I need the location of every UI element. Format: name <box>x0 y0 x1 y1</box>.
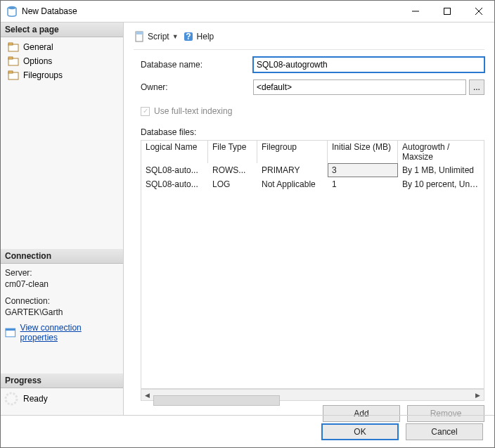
cell-file-type[interactable]: LOG <box>208 177 257 191</box>
script-label: Script <box>148 32 169 41</box>
cancel-button[interactable]: Cancel <box>406 423 483 440</box>
svg-rect-2 <box>444 8 450 15</box>
server-value: cm07-clean <box>5 279 119 295</box>
grid-row[interactable]: SQL08-auto... LOG Not Applicable 1 By 10… <box>141 177 484 191</box>
db-name-input[interactable] <box>253 57 484 72</box>
cell-filegroup[interactable]: Not Applicable <box>257 177 328 191</box>
owner-label: Owner: <box>141 82 253 92</box>
grid-row[interactable]: SQL08-auto... ROWS... PRIMARY 3 By 1 MB,… <box>141 163 484 177</box>
cell-autogrowth[interactable]: By 10 percent, Unlimited <box>398 177 484 191</box>
svg-rect-15 <box>136 32 143 34</box>
svg-point-13 <box>6 393 17 404</box>
script-icon <box>134 31 145 42</box>
properties-icon <box>5 328 16 338</box>
spinner-icon <box>4 391 19 407</box>
scroll-thumb[interactable] <box>153 395 280 406</box>
dropdown-caret-icon: ▼ <box>172 33 179 40</box>
cell-filegroup[interactable]: PRIMARY <box>257 163 328 177</box>
scroll-right-arrow-icon[interactable]: ▶ <box>472 390 484 400</box>
connection-value: GARTEK\Garth <box>5 307 119 323</box>
main-panel: Script ▼ ? Help Database name: Owner: <box>124 23 494 415</box>
col-file-type[interactable]: File Type <box>208 141 257 163</box>
cell-logical-name[interactable]: SQL08-auto... <box>141 163 208 177</box>
view-connection-properties-link[interactable]: View connection properties <box>5 323 119 343</box>
grid-body: SQL08-auto... ROWS... PRIMARY 3 By 1 MB,… <box>141 163 484 388</box>
toolbar: Script ▼ ? Help <box>134 28 484 50</box>
sidebar-item-options[interactable]: Options <box>5 54 119 68</box>
sidebar-item-filegroups[interactable]: Filegroups <box>5 68 119 82</box>
database-files-label: Database files: <box>134 120 484 140</box>
cell-initial-size[interactable]: 1 <box>328 177 398 191</box>
svg-rect-12 <box>6 328 15 331</box>
svg-point-0 <box>8 6 16 9</box>
col-initial-size[interactable]: Initial Size (MB) <box>328 141 398 163</box>
close-button[interactable] <box>463 1 494 22</box>
help-label: Help <box>197 32 214 41</box>
progress-block: Ready <box>1 388 123 415</box>
fulltext-label: Use full-text indexing <box>154 106 232 116</box>
grid-header: Logical Name File Type Filegroup Initial… <box>141 141 484 163</box>
sidebar-item-label: General <box>23 42 53 52</box>
minimize-button[interactable] <box>399 1 431 22</box>
owner-row: Owner: ... <box>134 72 484 95</box>
owner-browse-button[interactable]: ... <box>469 79 484 95</box>
scroll-left-arrow-icon[interactable]: ◀ <box>141 390 153 400</box>
horizontal-scrollbar[interactable]: ◀ ▶ <box>141 389 484 401</box>
database-files-grid: Logical Name File Type Filegroup Initial… <box>141 140 484 389</box>
server-label: Server: <box>5 267 119 279</box>
connection-block: Server: cm07-clean Connection: GARTEK\Ga… <box>1 264 123 345</box>
script-button[interactable]: Script ▼ <box>134 31 179 42</box>
owner-input[interactable] <box>253 79 466 95</box>
fulltext-checkbox-row: ✓ Use full-text indexing <box>134 95 484 120</box>
svg-rect-8 <box>8 57 13 59</box>
page-icon <box>8 70 19 80</box>
database-icon <box>6 6 18 17</box>
page-icon <box>8 56 19 66</box>
select-page-heading: Select a page <box>1 23 123 37</box>
help-button[interactable]: ? Help <box>183 31 214 42</box>
cell-initial-size[interactable]: 3 <box>328 163 398 177</box>
progress-status: Ready <box>23 394 48 404</box>
title-bar: New Database <box>1 1 494 22</box>
content-area: Select a page General Options Filegroups… <box>1 22 494 415</box>
window-title: New Database <box>22 6 399 16</box>
link-text: View connection properties <box>20 323 119 343</box>
svg-rect-6 <box>8 43 13 45</box>
db-name-row: Database name: <box>134 50 484 72</box>
page-list: General Options Filegroups <box>1 37 123 85</box>
svg-rect-10 <box>8 71 13 73</box>
sidebar-item-label: Options <box>23 56 52 66</box>
cell-autogrowth[interactable]: By 1 MB, Unlimited <box>398 163 484 177</box>
svg-text:?: ? <box>186 32 191 41</box>
col-filegroup[interactable]: Filegroup <box>257 141 328 163</box>
db-name-label: Database name: <box>141 60 253 70</box>
help-icon: ? <box>183 31 194 42</box>
sidebar-item-label: Filegroups <box>23 70 63 80</box>
fulltext-checkbox: ✓ <box>141 107 150 116</box>
col-autogrowth[interactable]: Autogrowth / Maxsize <box>398 141 484 163</box>
page-icon <box>8 42 19 52</box>
connection-label: Connection: <box>5 295 119 307</box>
cell-logical-name[interactable]: SQL08-auto... <box>141 177 208 191</box>
sidebar-item-general[interactable]: General <box>5 40 119 54</box>
cell-file-type[interactable]: ROWS... <box>208 163 257 177</box>
dialog-footer: OK Cancel <box>1 415 494 447</box>
connection-heading: Connection <box>1 249 123 264</box>
ok-button[interactable]: OK <box>321 423 399 440</box>
new-database-dialog: New Database Select a page General Optio… <box>0 0 495 448</box>
col-logical-name[interactable]: Logical Name <box>141 141 208 163</box>
progress-heading: Progress <box>1 373 123 388</box>
maximize-button[interactable] <box>431 1 463 22</box>
sidebar: Select a page General Options Filegroups… <box>1 23 124 415</box>
